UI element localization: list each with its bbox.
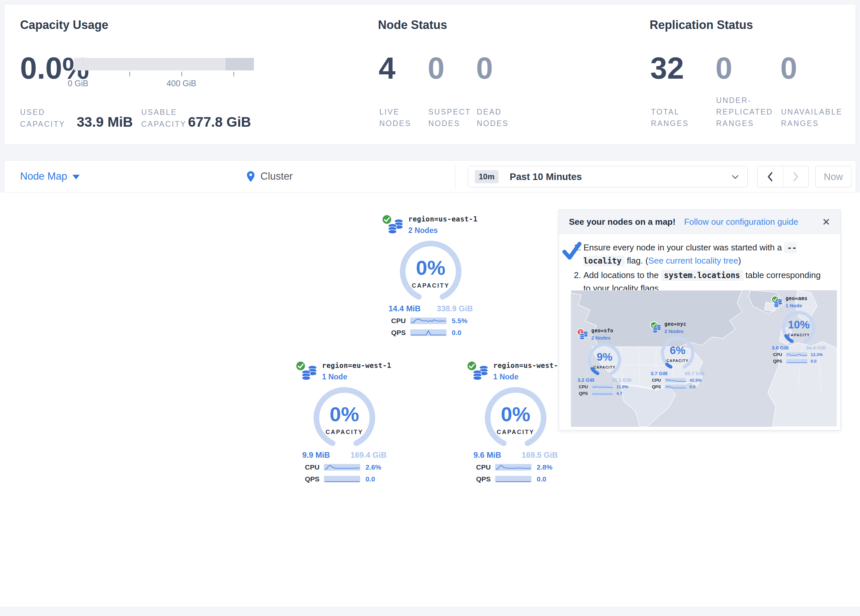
cpu-value: 5.5% bbox=[452, 317, 468, 325]
view-selector-dropdown[interactable]: Node Map bbox=[20, 161, 80, 192]
node-total-capacity: 34.4 GiB bbox=[806, 345, 826, 350]
qps-sparkline bbox=[665, 385, 686, 389]
configuration-guide-link[interactable]: Follow our configuration guide bbox=[684, 217, 799, 227]
database-nodes-icon bbox=[774, 298, 783, 308]
node-total-capacity: 169.4 GiB bbox=[351, 450, 386, 460]
cpu-value: 2.6% bbox=[366, 463, 381, 471]
breadcrumb-label: Cluster bbox=[261, 171, 293, 182]
now-button[interactable]: Now bbox=[815, 166, 851, 188]
node-map-canvas: region=us-east-1 2 Nodes 0% CAPACITY 14.… bbox=[0, 193, 860, 607]
node-map-help-panel: See your nodes on a map! Follow our conf… bbox=[559, 210, 841, 430]
gauge-capacity-label: CAPACITY bbox=[396, 282, 465, 289]
usable-capacity-label: USABLE CAPACITY bbox=[141, 106, 186, 130]
unavailable-label: UNAVAILABLE RANGES bbox=[781, 106, 843, 129]
gauge-percent: 0% bbox=[310, 403, 379, 426]
node-locality-label: region=us-east-1 bbox=[408, 215, 477, 223]
node-region-us-east-1[interactable]: region=us-east-1 2 Nodes 0% CAPACITY 14.… bbox=[381, 214, 480, 337]
under-replicated-label: UNDER- REPLICATED RANGES bbox=[716, 95, 773, 129]
capacity-bar-segment bbox=[226, 58, 254, 71]
caret-down-icon bbox=[72, 175, 80, 179]
replication-status-title: Replication Status bbox=[650, 18, 753, 32]
location-pin-icon bbox=[247, 171, 254, 182]
qps-value: 0.0 bbox=[811, 359, 816, 364]
capacity-gauge: 9% CAPACITY bbox=[584, 342, 625, 376]
axis-tick bbox=[181, 72, 182, 76]
node-locality-label: region=us-west-1 bbox=[493, 362, 562, 370]
gauge-capacity-label: CAPACITY bbox=[779, 333, 819, 337]
dead-nodes-count: 0 bbox=[476, 53, 493, 83]
node-count-link[interactable]: 2 Nodes bbox=[408, 226, 477, 235]
qps-label: QPS bbox=[652, 384, 665, 389]
cpu-sparkline bbox=[495, 464, 531, 470]
node-used-capacity: 3.2 GiB bbox=[578, 377, 595, 383]
time-step-buttons bbox=[757, 166, 809, 188]
usable-capacity-value: 677.8 GiB bbox=[188, 114, 251, 130]
cpu-label: CPU bbox=[773, 352, 786, 357]
cpu-sparkline bbox=[410, 318, 446, 324]
gauge-percent: 10% bbox=[779, 318, 819, 331]
node-total-capacity: 169.5 GiB bbox=[522, 450, 558, 460]
database-nodes-icon bbox=[388, 218, 404, 235]
section-divider bbox=[0, 607, 860, 616]
suspect-nodes-label: SUSPECT NODES bbox=[428, 106, 471, 129]
chevron-left-icon bbox=[767, 172, 773, 181]
cpu-sparkline bbox=[324, 464, 360, 470]
cpu-sparkline bbox=[665, 378, 686, 382]
cluster-summary-bar: Capacity Usage 0.0% 0 GiB 400 GiB USED C… bbox=[4, 4, 856, 145]
axis-tick-label: 0 GiB bbox=[68, 78, 89, 88]
node-region-us-west-1[interactable]: region=us-west-1 1 Node 0% CAPACITY 9.6 … bbox=[466, 361, 565, 483]
database-nodes-icon bbox=[473, 364, 489, 381]
breadcrumb[interactable]: Cluster bbox=[247, 161, 293, 192]
dead-nodes-label: DEAD NODES bbox=[477, 106, 509, 129]
cpu-value: 11.0% bbox=[616, 384, 628, 389]
live-nodes-count: 4 bbox=[379, 53, 395, 83]
gauge-capacity-label: CAPACITY bbox=[658, 359, 698, 363]
capacity-gauge: 0% CAPACITY bbox=[481, 387, 550, 448]
qps-label: QPS bbox=[391, 329, 410, 337]
map-node-geo-nyc: geo=nyc 2 Nodes 6% CAPACITY 3.7 GiB 65.7… bbox=[650, 320, 705, 389]
system-locations-code: system.locations bbox=[661, 270, 743, 281]
gauge-capacity-label: CAPACITY bbox=[481, 429, 550, 436]
help-step-1: Ensure every node in your cluster was st… bbox=[584, 241, 827, 268]
capacity-gauge: 6% CAPACITY bbox=[658, 335, 698, 370]
blue-check-icon bbox=[562, 241, 582, 261]
qps-value: 0.0 bbox=[689, 384, 695, 389]
node-locality-label: geo=nyc bbox=[664, 321, 686, 327]
node-count-link[interactable]: 1 Node bbox=[493, 373, 562, 381]
node-count-label: 2 Nodes bbox=[664, 328, 686, 334]
cpu-sparkline bbox=[592, 385, 613, 389]
node-total-capacity: 35.1 GiB bbox=[612, 377, 631, 383]
qps-sparkline bbox=[592, 391, 613, 395]
suspect-nodes-count: 0 bbox=[428, 53, 444, 83]
step-text: flag. ( bbox=[625, 255, 648, 266]
gauge-capacity-label: CAPACITY bbox=[584, 365, 625, 369]
total-ranges-label: TOTAL RANGES bbox=[651, 106, 689, 129]
time-range-selector[interactable]: 10m Past 10 Minutes bbox=[468, 166, 748, 188]
qps-value: 0.0 bbox=[366, 475, 375, 483]
axis-tick bbox=[129, 72, 130, 76]
total-ranges-count: 32 bbox=[650, 53, 684, 83]
step-text: ) bbox=[738, 255, 741, 266]
now-button-label: Now bbox=[824, 171, 843, 182]
node-locality-label: geo=ams bbox=[786, 296, 808, 301]
view-toolbar: Node Map Cluster 10m Past 10 Minutes Now bbox=[4, 160, 856, 193]
cpu-label: CPU bbox=[305, 463, 324, 471]
node-count-label: 1 Node bbox=[786, 303, 808, 308]
qps-sparkline bbox=[410, 329, 446, 336]
time-forward-button[interactable] bbox=[783, 166, 809, 187]
cpu-label: CPU bbox=[579, 384, 592, 389]
capacity-gauge: 0% CAPACITY bbox=[396, 240, 465, 301]
unavailable-count: 0 bbox=[780, 53, 797, 83]
node-locality-label: region=eu-west-1 bbox=[322, 362, 391, 370]
node-region-eu-west-1[interactable]: region=eu-west-1 1 Node 0% CAPACITY 9.9 … bbox=[295, 361, 394, 483]
axis-tick-label: 400 GiB bbox=[166, 78, 196, 88]
node-count-link[interactable]: 1 Node bbox=[322, 373, 391, 381]
node-used-capacity: 3.7 GiB bbox=[651, 370, 668, 376]
close-icon[interactable]: ✕ bbox=[822, 216, 830, 228]
used-capacity-value: 33.9 MiB bbox=[77, 114, 133, 130]
qps-sparkline bbox=[786, 359, 807, 363]
time-back-button[interactable] bbox=[758, 166, 783, 187]
node-used-capacity: 9.6 MiB bbox=[474, 450, 501, 460]
locality-tree-link[interactable]: See current locality tree bbox=[648, 255, 738, 266]
chevron-right-icon bbox=[793, 172, 799, 181]
